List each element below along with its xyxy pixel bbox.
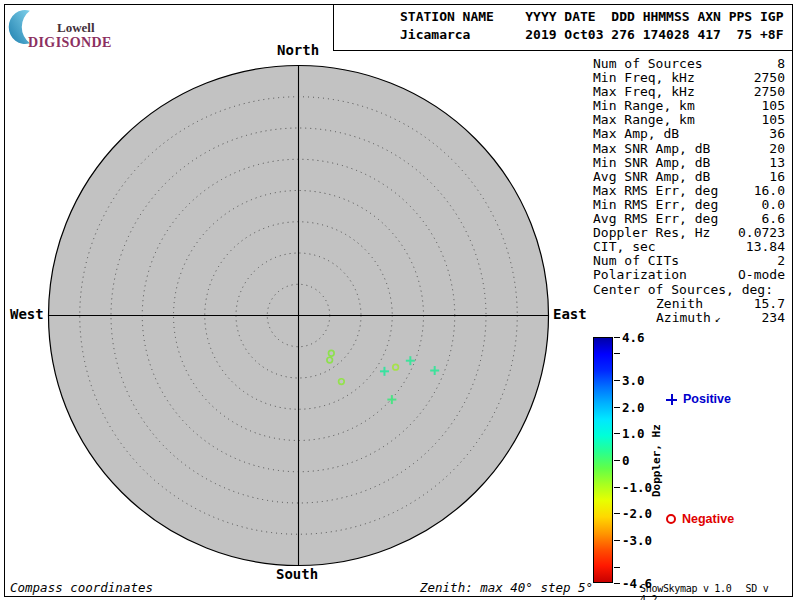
stat-value: 16 xyxy=(769,170,785,184)
stat-label: CIT, sec xyxy=(593,240,656,254)
stat-row: Zenith15.7 xyxy=(593,297,785,311)
azimuth-direction-arrow-icon: ↙ xyxy=(715,313,721,324)
compass-label-north: North xyxy=(277,42,319,58)
stat-row: Num of Sources8 xyxy=(593,57,785,71)
stat-value: 105 xyxy=(762,99,785,113)
colorbar-tick-label: -3.0 xyxy=(622,533,652,548)
colorbar-tick-mark xyxy=(614,407,620,408)
stat-row: Doppler Res, Hz0.0723 xyxy=(593,226,785,240)
colorbar-tick-mark xyxy=(614,353,620,354)
stat-value: 0.0 xyxy=(762,198,785,212)
circle-marker-icon xyxy=(666,514,676,524)
colorbar-tick-mark xyxy=(614,337,620,338)
stat-label: Center of Sources, deg: xyxy=(593,283,773,297)
colorbar-tick-mark xyxy=(614,380,620,381)
footer-zenith-scale: Zenith: max 40° step 5° xyxy=(420,580,593,595)
stat-row: Max Amp, dB36 xyxy=(593,127,785,141)
stat-value: 2 xyxy=(777,254,785,268)
footer-coordinate-mode: Compass coordinates xyxy=(10,580,153,595)
stat-label: Polarization xyxy=(593,268,687,282)
stats-panel: Num of Sources8Min Freq, kHz2750Max Freq… xyxy=(593,57,785,326)
stat-label: Zenith xyxy=(656,297,703,311)
stat-row: Avg RMS Err, deg6.6 xyxy=(593,212,785,226)
stat-label: Num of CITs xyxy=(593,254,679,268)
colorbar-tick-label: 3.0 xyxy=(622,373,645,388)
stat-row: Max Freq, kHz2750 xyxy=(593,85,785,99)
stat-value: O-mode xyxy=(738,268,785,282)
colorbar-tick-label: -1.0 xyxy=(622,480,652,495)
stat-label: Azimuth↙ xyxy=(656,311,721,326)
stat-row: Max SNR Amp, dB20 xyxy=(593,142,785,156)
compass-label-south: South xyxy=(276,566,318,582)
colorbar-tick-label: 1.0 xyxy=(622,426,645,441)
colorbar-tick-label: 2.0 xyxy=(622,400,645,415)
stat-row: Num of CITs2 xyxy=(593,254,785,268)
stat-row: CIT, sec13.84 xyxy=(593,240,785,254)
stat-row: PolarizationO-mode xyxy=(593,268,785,282)
stat-value: 13 xyxy=(769,156,785,170)
stat-row: Min SNR Amp, dB13 xyxy=(593,156,785,170)
stat-value: 105 xyxy=(762,113,785,127)
colorbar-tick-mark xyxy=(614,513,620,514)
stat-value: 2750 xyxy=(754,71,785,85)
stat-value: 36 xyxy=(769,127,785,141)
stat-label: Max RMS Err, deg xyxy=(593,184,718,198)
stat-label: Max Freq, kHz xyxy=(593,85,695,99)
stat-label: Min RMS Err, deg xyxy=(593,198,718,212)
stat-row: Max RMS Err, deg16.0 xyxy=(593,184,785,198)
colorbar-tick-mark xyxy=(614,540,620,541)
legend-negative-label: Negative xyxy=(682,512,734,526)
colorbar-tick-label: 4.6 xyxy=(622,330,645,345)
colorbar-tick-mark xyxy=(614,567,620,568)
colorbar-tick-label: 0 xyxy=(622,453,630,468)
legend-negative: Negative xyxy=(666,512,734,526)
stat-row: Azimuth↙234 xyxy=(593,311,785,326)
footer-version: ShowSkymap v 1.0SD v 4.2 xyxy=(640,583,800,600)
stat-value: 20 xyxy=(769,142,785,156)
colorbar-tick-mark xyxy=(614,487,620,488)
stat-label: Max SNR Amp, dB xyxy=(593,142,710,156)
stat-label: Min Freq, kHz xyxy=(593,71,695,85)
stat-label: Num of Sources xyxy=(593,57,703,71)
stat-label: Min Range, km xyxy=(593,99,695,113)
colorbar-tick-label: -2.0 xyxy=(622,506,652,521)
colorbar xyxy=(593,337,613,583)
stat-row: Min RMS Err, deg0.0 xyxy=(593,198,785,212)
stat-value: 16.0 xyxy=(754,184,785,198)
stat-label: Avg SNR Amp, dB xyxy=(593,170,710,184)
stat-value: 2750 xyxy=(754,85,785,99)
stat-label: Max Range, km xyxy=(593,113,695,127)
legend-positive: Positive xyxy=(666,392,731,406)
stat-value: 13.84 xyxy=(746,240,785,254)
stat-row: Max Range, km105 xyxy=(593,113,785,127)
stat-value: 6.6 xyxy=(762,212,785,226)
stat-label: Min SNR Amp, dB xyxy=(593,156,710,170)
footer-app-version: ShowSkymap v 1.0 xyxy=(640,583,732,594)
colorbar-axis-label: Doppler, Hz xyxy=(650,424,663,497)
plus-marker-icon xyxy=(666,394,677,405)
stat-row: Min Range, km105 xyxy=(593,99,785,113)
skymap-window: Lowell DIGISONDE STATION NAME YYYY DATE … xyxy=(0,0,800,600)
stat-label: Max Amp, dB xyxy=(593,127,679,141)
stat-row: Center of Sources, deg: xyxy=(593,283,785,297)
stat-label: Avg RMS Err, deg xyxy=(593,212,718,226)
colorbar-tick-mark xyxy=(614,460,620,461)
legend-positive-label: Positive xyxy=(683,392,731,406)
stat-row: Min Freq, kHz2750 xyxy=(593,71,785,85)
colorbar-tick-mark xyxy=(614,433,620,434)
stat-value: 15.7 xyxy=(754,297,785,311)
colorbar-tick-mark xyxy=(614,583,620,584)
compass-label-west: West xyxy=(10,306,44,322)
stat-value: 0.0723 xyxy=(738,226,785,240)
compass-label-east: East xyxy=(553,306,587,322)
stat-value: 8 xyxy=(777,57,785,71)
stat-label: Doppler Res, Hz xyxy=(593,226,710,240)
stat-value: 234 xyxy=(762,311,785,326)
stat-row: Avg SNR Amp, dB16 xyxy=(593,170,785,184)
